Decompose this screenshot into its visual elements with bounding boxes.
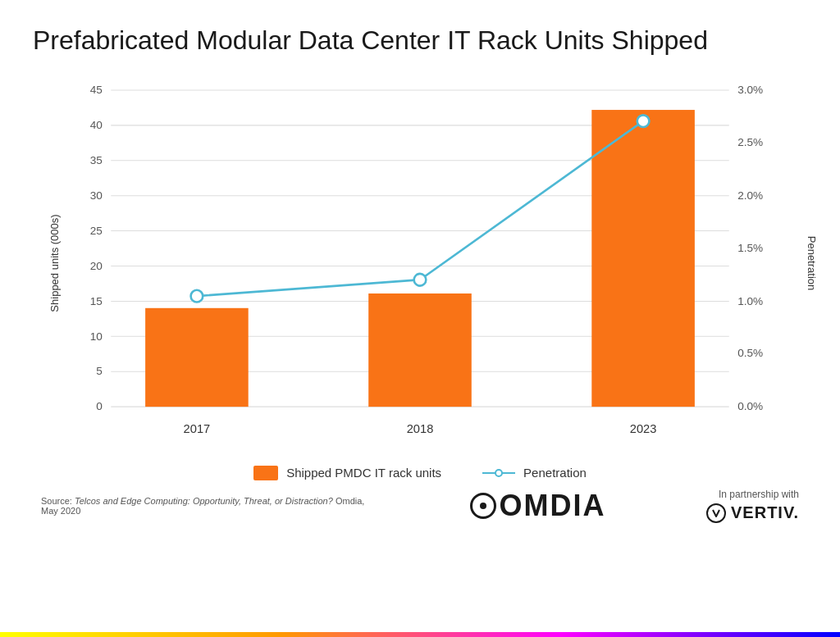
svg-text:1.0%: 1.0% — [737, 295, 763, 307]
source-text: Source: Telcos and Edge Computing: Oppor… — [41, 496, 369, 516]
source-label: Source: — [41, 496, 75, 506]
svg-text:35: 35 — [90, 154, 103, 166]
main-container: Prefabricated Modular Data Center IT Rac… — [0, 0, 840, 637]
footer: Source: Telcos and Edge Computing: Oppor… — [33, 489, 807, 523]
svg-text:20: 20 — [90, 260, 103, 272]
svg-text:2.5%: 2.5% — [737, 136, 763, 148]
y-axis-left-label: Shipped units (000s) — [48, 214, 61, 312]
svg-text:0.5%: 0.5% — [737, 348, 763, 360]
chart-svg: 0 5 10 15 20 25 30 35 40 45 0.0% 0.5% 1.… — [51, 72, 789, 449]
line-dot-2017 — [191, 290, 203, 303]
legend: Shipped PMDC IT rack units Penetration — [33, 466, 807, 480]
vertiv-icon — [706, 503, 726, 523]
legend-line-item: Penetration — [482, 466, 587, 480]
partner-section: In partnership with VERTIV. — [706, 489, 799, 523]
svg-text:25: 25 — [90, 225, 103, 237]
line-dot-2023 — [637, 116, 650, 128]
in-partnership-text: In partnership with — [719, 489, 799, 500]
legend-bar-box — [253, 466, 278, 480]
svg-text:1.5%: 1.5% — [737, 242, 763, 254]
chart-wrapper: Shipped units (000s) Penetration 0 5 10 — [51, 72, 789, 453]
svg-text:0: 0 — [96, 401, 103, 413]
svg-text:3.0%: 3.0% — [737, 84, 763, 97]
svg-text:0.0%: 0.0% — [737, 401, 763, 413]
omdia-logo: OMDIA — [470, 489, 606, 523]
svg-text:15: 15 — [90, 295, 103, 307]
bottom-bar — [0, 632, 840, 637]
svg-text:2023: 2023 — [630, 422, 657, 435]
bar-2023 — [591, 110, 695, 407]
chart-title: Prefabricated Modular Data Center IT Rac… — [33, 25, 807, 56]
svg-text:2017: 2017 — [184, 422, 211, 435]
omdia-icon — [470, 493, 496, 519]
legend-bar-item: Shipped PMDC IT rack units — [253, 466, 441, 480]
legend-line-label: Penetration — [523, 466, 587, 480]
bar-2018 — [368, 293, 472, 407]
svg-text:40: 40 — [90, 119, 103, 131]
svg-text:5: 5 — [96, 366, 103, 378]
line-dot-2018 — [414, 274, 427, 286]
source-italic: Telcos and Edge Computing: Opportunity, … — [75, 496, 333, 506]
svg-text:45: 45 — [90, 84, 103, 97]
legend-bar-label: Shipped PMDC IT rack units — [286, 466, 441, 480]
svg-point-31 — [495, 470, 502, 476]
vertiv-logo: VERTIV. — [706, 503, 799, 523]
svg-text:2.0%: 2.0% — [737, 189, 763, 202]
svg-text:2018: 2018 — [407, 422, 434, 435]
legend-line-svg — [482, 466, 515, 480]
vertiv-text: VERTIV. — [731, 503, 799, 522]
bar-2017 — [145, 308, 249, 407]
penetration-line — [197, 121, 643, 296]
svg-point-32 — [707, 504, 725, 522]
y-axis-right-label: Penetration — [805, 235, 817, 290]
svg-text:10: 10 — [90, 330, 103, 343]
svg-text:30: 30 — [90, 189, 103, 202]
omdia-text: OMDIA — [500, 489, 606, 523]
